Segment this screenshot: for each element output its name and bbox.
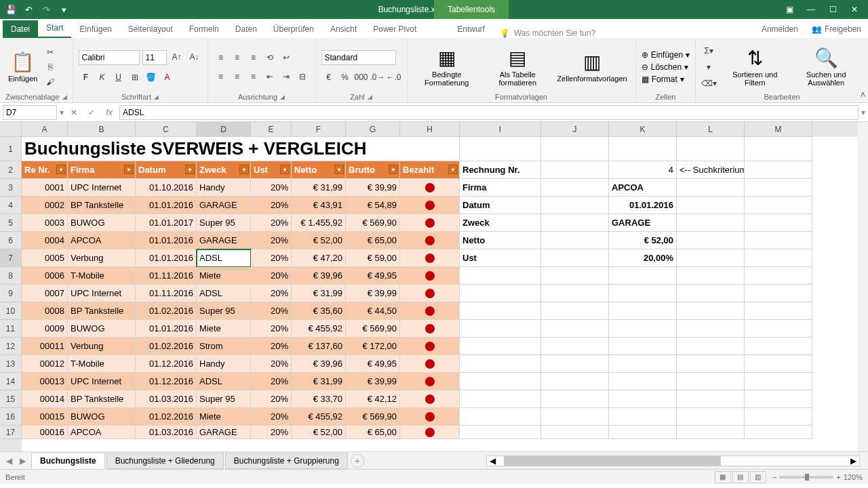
empty-cell[interactable] <box>745 161 812 179</box>
cell-brutto[interactable]: € 65,00 <box>346 426 400 439</box>
cell-datum[interactable]: 01.02.2016 <box>136 338 197 355</box>
sheet-tab-0[interactable]: Buchungsliste <box>31 453 105 469</box>
cell-ust[interactable]: 20% <box>251 249 292 267</box>
cell-datum[interactable]: 01.01.2016 <box>136 197 197 214</box>
cell-datum[interactable]: 01.02.2016 <box>136 408 197 426</box>
cell-zweck[interactable]: Super 95 <box>197 302 251 320</box>
cell-bezahlt[interactable] <box>400 232 460 249</box>
dialog-launcher-icon[interactable]: ◢ <box>154 94 159 100</box>
cell-datum[interactable]: 01.03.2016 <box>136 426 197 439</box>
cell-styles-button[interactable]: ▥Zellenformatvorlagen <box>554 49 629 84</box>
cell-renr[interactable]: 0004 <box>22 232 68 249</box>
empty-cell[interactable] <box>677 232 745 249</box>
cell-netto[interactable]: € 31,99 <box>292 179 346 197</box>
clear-icon[interactable]: ⌫▾ <box>701 77 716 90</box>
empty-cell[interactable] <box>541 355 609 373</box>
scroll-right-icon[interactable]: ▶ <box>848 456 859 466</box>
empty-cell[interactable] <box>541 161 609 179</box>
empty-cell[interactable] <box>609 338 677 355</box>
wrap-text-icon[interactable]: ↩ <box>279 51 294 64</box>
insert-cells-button[interactable]: ⊕Einfügen▾ <box>642 50 690 60</box>
cell-datum[interactable]: 01.12.2016 <box>136 355 197 373</box>
undo-icon[interactable]: ↶ <box>20 2 37 17</box>
name-box[interactable]: D7 <box>3 105 57 120</box>
cell-brutto[interactable]: € 54,89 <box>346 197 400 214</box>
empty-cell[interactable] <box>677 426 745 439</box>
fill-icon[interactable]: ▾ <box>701 60 716 74</box>
autosum-icon[interactable]: Σ▾ <box>701 44 716 58</box>
cell-renr[interactable]: 00014 <box>22 390 68 408</box>
sheet-nav-prev-icon[interactable]: ◀ <box>3 455 15 467</box>
cell-bezahlt[interactable] <box>400 373 460 390</box>
empty-cell[interactable] <box>677 179 745 197</box>
row-header-15[interactable]: 15 <box>0 390 22 408</box>
empty-cell[interactable] <box>745 197 812 214</box>
cell-netto[interactable]: € 39,96 <box>292 355 346 373</box>
empty-cell[interactable] <box>541 285 609 302</box>
column-header-F[interactable]: F <box>292 122 346 137</box>
cell-firma[interactable]: BUWOG <box>68 320 136 338</box>
dialog-launcher-icon[interactable]: ◢ <box>368 94 372 100</box>
cell-datum[interactable]: 01.01.2017 <box>136 214 197 232</box>
cell-brutto[interactable]: € 59,00 <box>346 249 400 267</box>
empty-cell[interactable] <box>541 390 609 408</box>
column-header-G[interactable]: G <box>346 122 400 137</box>
column-header-L[interactable]: L <box>677 122 745 137</box>
cell-brutto[interactable]: € 39,99 <box>346 179 400 197</box>
cell-netto[interactable]: € 137,60 <box>292 338 346 355</box>
cell-firma[interactable]: Verbung <box>68 249 136 267</box>
empty-cell[interactable] <box>745 302 812 320</box>
cell-netto[interactable]: € 35,60 <box>292 302 346 320</box>
empty-cell[interactable] <box>460 320 541 338</box>
underline-button[interactable]: U <box>111 70 126 84</box>
cell-ust[interactable]: 20% <box>251 302 292 320</box>
cell-bezahlt[interactable] <box>400 390 460 408</box>
empty-cell[interactable] <box>745 137 812 161</box>
add-sheet-button[interactable]: + <box>351 454 364 468</box>
row-header-17[interactable]: 17 <box>0 426 22 439</box>
cell-ust[interactable]: 20% <box>251 390 292 408</box>
cell-datum[interactable]: 01.11.2016 <box>136 285 197 302</box>
dialog-launcher-icon[interactable]: ◢ <box>62 94 67 100</box>
row-header-4[interactable]: 4 <box>0 197 22 214</box>
cell-zweck[interactable]: ADSL <box>197 285 251 302</box>
format-cells-button[interactable]: ▦Format▾ <box>642 75 690 84</box>
empty-cell[interactable] <box>460 338 541 355</box>
cell-zweck[interactable]: GARAGE <box>197 197 251 214</box>
cell-zweck[interactable]: Strom <box>197 338 251 355</box>
empty-cell[interactable] <box>541 302 609 320</box>
cell-renr[interactable]: 0002 <box>22 197 68 214</box>
cell-brutto[interactable]: € 39,99 <box>346 285 400 302</box>
horizontal-scrollbar[interactable]: ◀ ▶ <box>486 455 860 466</box>
minimize-icon[interactable]: — <box>800 2 822 17</box>
normal-view-icon[interactable]: ▦ <box>715 471 731 483</box>
column-header-H[interactable]: H <box>400 122 460 137</box>
empty-cell[interactable] <box>541 214 609 232</box>
empty-cell[interactable] <box>460 302 541 320</box>
tab-ansicht[interactable]: Ansicht <box>322 20 365 38</box>
empty-cell[interactable] <box>745 408 812 426</box>
empty-cell[interactable] <box>609 137 677 161</box>
empty-cell[interactable] <box>460 267 541 285</box>
formula-input[interactable]: ADSL <box>119 105 859 120</box>
cell-ust[interactable]: 20% <box>251 338 292 355</box>
cell-datum[interactable]: 01.10.2016 <box>136 179 197 197</box>
align-right-icon[interactable]: ≡ <box>246 70 261 83</box>
empty-cell[interactable] <box>677 249 745 267</box>
copy-icon[interactable]: ⎘ <box>43 60 58 74</box>
filter-dropdown-icon[interactable]: ▾ <box>389 165 398 174</box>
empty-cell[interactable] <box>677 408 745 426</box>
sheet-tab-2[interactable]: Buchungsliste + Gruppierung <box>225 453 348 469</box>
filter-dropdown-icon[interactable]: ▾ <box>448 165 458 174</box>
cell-renr[interactable]: 0008 <box>22 302 68 320</box>
cell-ust[interactable]: 20% <box>251 373 292 390</box>
row-header-7[interactable]: 7 <box>0 249 22 267</box>
empty-cell[interactable] <box>677 137 745 161</box>
empty-cell[interactable] <box>609 408 677 426</box>
cell-brutto[interactable]: € 569,90 <box>346 214 400 232</box>
empty-cell[interactable] <box>609 426 677 439</box>
empty-cell[interactable] <box>745 320 812 338</box>
cell-firma[interactable]: BUWOG <box>68 214 136 232</box>
increase-decimal-icon[interactable]: .0→ <box>370 70 385 84</box>
cell-firma[interactable]: UPC Internet <box>68 285 136 302</box>
